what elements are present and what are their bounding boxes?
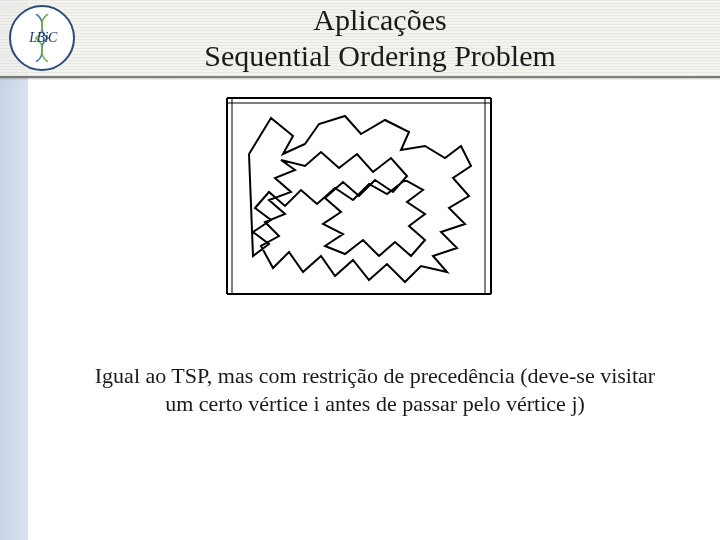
slide-body-text: Igual ao TSP, mas com restrição de prece… — [80, 362, 670, 417]
path-diagram-icon — [225, 96, 493, 296]
logo-label: LBiC — [6, 4, 80, 72]
title-line-1: Aplicações — [100, 2, 660, 38]
lab-logo: LBiC — [6, 4, 80, 72]
slide-title: Aplicações Sequential Ordering Problem — [100, 2, 660, 74]
title-line-2: Sequential Ordering Problem — [100, 38, 660, 74]
left-decorative-stripe — [0, 0, 28, 540]
diagram-figure — [225, 96, 493, 296]
